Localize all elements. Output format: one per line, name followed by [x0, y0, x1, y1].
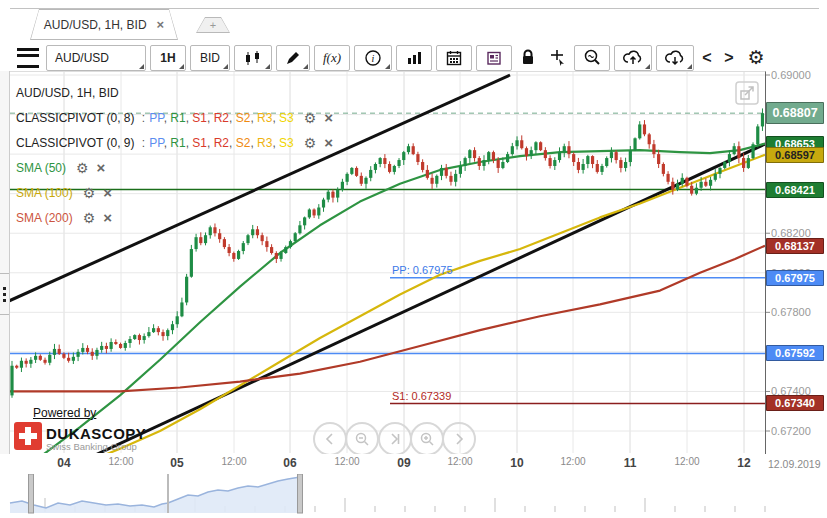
sma-remove-icon[interactable]: × [103, 209, 112, 226]
trading-app-window: AUD/USD, 1H, BID × + AUD/USD 1H BID f(x)… [0, 0, 827, 518]
pivot-study-name: CLASSICPIVOT (0, 9) [16, 136, 134, 150]
time-tick-label: 12:00 [447, 456, 472, 467]
pivot-level-r3: R3 [257, 136, 272, 150]
price-badge: 0.68137 [766, 238, 824, 254]
price-badge: 0.67592 [766, 345, 824, 361]
legend-title-row: AUD/USD, 1H, BID [16, 80, 333, 105]
time-tick-label: 12:00 [108, 456, 133, 467]
popout-chart-button[interactable] [732, 78, 762, 108]
time-tick-label: 12:00 [674, 456, 699, 467]
pivot-levels: PP, R1, S1, R2, S2, R3, S3 [149, 111, 294, 125]
time-tick-label: 04 [57, 456, 70, 470]
legend-pivot-row-2: CLASSICPIVOT (0, 9) :PP, R1, S1, R2, S2,… [16, 130, 333, 155]
splitter-handle[interactable] [0, 273, 9, 315]
sma-remove-icon[interactable]: × [97, 159, 106, 176]
price-grid-label: 0.69000 [771, 69, 825, 81]
zoom-out-button[interactable] [345, 422, 379, 456]
legend-pivot-row-1: CLASSICPIVOT (0, 8) :PP, R1, S1, R2, S2,… [16, 105, 333, 130]
pivot-level-s2: S2 [236, 111, 251, 125]
pivot-level-r2: R2 [214, 111, 229, 125]
time-tick-label: 12:00 [334, 456, 359, 467]
pivot-remove-icon[interactable]: × [324, 134, 333, 151]
legend-sma100-row: SMA (100)⚙× [16, 180, 333, 205]
pivot-settings-gear-icon[interactable]: ⚙ [304, 135, 317, 151]
legend-sma200-row: SMA (200)⚙× [16, 205, 333, 230]
time-tick-label: 05 [170, 456, 183, 470]
arrow-left-icon [323, 432, 337, 446]
pivot-levels: PP, R1, S1, R2, S2, R3, S3 [149, 136, 294, 150]
sma-label: SMA (50) [16, 161, 66, 175]
powered-by-link[interactable]: Powered by [33, 406, 96, 420]
legend-title: AUD/USD, 1H, BID [16, 86, 119, 100]
time-tick-label: 09 [397, 456, 410, 470]
pivot-level-s3: S3 [279, 111, 294, 125]
zoom-out-icon [354, 431, 370, 447]
dukascopy-logo[interactable]: DUKASCOPY Swiss Banking Group [14, 422, 146, 452]
pivot-level-r1: R1 [170, 111, 185, 125]
sma-label: SMA (100) [16, 186, 73, 200]
pivot-settings-gear-icon[interactable]: ⚙ [304, 110, 317, 126]
navigator-window-handle[interactable] [298, 474, 303, 513]
pivot-level-pp: PP [149, 136, 163, 150]
brand-name: DUKASCOPY [46, 426, 146, 441]
pivot-level-s1: S1 [192, 136, 207, 150]
time-tick-label: 12 [737, 456, 750, 470]
pivot-level-s2: S2 [236, 136, 251, 150]
pan-right-button[interactable] [442, 422, 476, 456]
brand-subtitle: Swiss Banking Group [46, 441, 146, 452]
navigator-window-handle[interactable] [29, 474, 34, 513]
pivot-level-r3: R3 [257, 111, 272, 125]
price-badge: 0.68807 [766, 102, 824, 124]
time-tick-label: 11 [624, 456, 637, 470]
skip-to-latest-icon [388, 432, 402, 446]
time-axis: 12.09.2019 0412:000512:000612:000912:001… [0, 454, 827, 474]
price-badge: 0.68597 [766, 147, 824, 163]
price-badge: 0.67975 [766, 270, 824, 286]
pivot-level-r2: R2 [214, 136, 229, 150]
navigator-layer [10, 474, 765, 513]
pivot-remove-icon[interactable]: × [324, 109, 333, 126]
legend-sma50-row: SMA (50)⚙× [16, 155, 333, 180]
pivot-level-pp: PP [149, 111, 163, 125]
sma-label: SMA (200) [16, 211, 73, 225]
arrow-right-icon [452, 432, 466, 446]
sma-settings-gear-icon[interactable]: ⚙ [83, 185, 96, 201]
popout-icon [732, 78, 762, 108]
pivot-level-s3: S3 [279, 136, 294, 150]
price-grid-label: 0.67800 [771, 306, 825, 318]
sma-settings-gear-icon[interactable]: ⚙ [83, 210, 96, 226]
time-tick-label: 06 [283, 456, 296, 470]
price-grid-label: 0.67200 [771, 425, 825, 437]
swiss-cross-icon [14, 422, 42, 450]
pivot-level-r1: R1 [170, 136, 185, 150]
sma-remove-icon[interactable]: × [103, 184, 112, 201]
price-badge: 0.67340 [766, 395, 824, 411]
axis-date-label: 12.09.2019 [768, 458, 821, 470]
pivot-study-name: CLASSICPIVOT (0, 8) [16, 111, 134, 125]
pivot-line-label: PP: 0.67975 [392, 264, 453, 276]
pan-left-button[interactable] [313, 422, 347, 456]
pivot-level-s1: S1 [192, 111, 207, 125]
sma-settings-gear-icon[interactable]: ⚙ [76, 160, 89, 176]
left-splitter-gutter [0, 71, 10, 454]
zoom-in-icon [419, 431, 435, 447]
pivot-line-label: S1: 0.67339 [392, 390, 451, 402]
time-tick-label: 12:00 [560, 456, 585, 467]
zoom-in-button[interactable] [410, 422, 444, 456]
go-to-end-button[interactable] [378, 422, 412, 456]
chart-legend: AUD/USD, 1H, BID CLASSICPIVOT (0, 8) :PP… [16, 80, 333, 230]
price-badge: 0.68421 [766, 182, 824, 198]
time-tick-label: 12:00 [221, 456, 246, 467]
time-tick-label: 10 [510, 456, 523, 470]
